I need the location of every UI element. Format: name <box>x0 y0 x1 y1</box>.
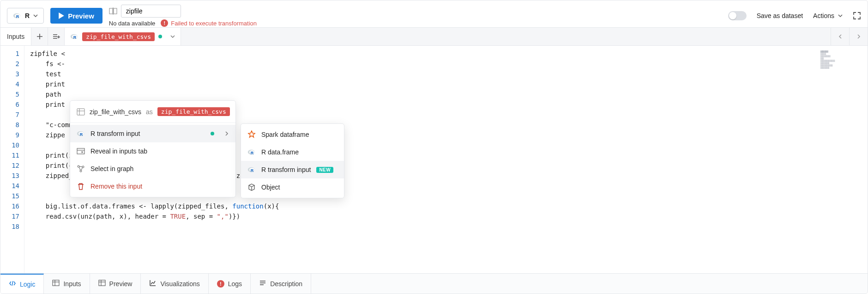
table-icon <box>52 279 60 288</box>
play-icon <box>59 12 64 19</box>
submenu-item-r-transform-input[interactable]: RR transform input NEW <box>241 161 344 178</box>
language-label: R <box>25 12 30 19</box>
save-as-dataset-label: Save as dataset <box>757 12 803 19</box>
code-line: zipfile < <box>30 49 817 59</box>
code-line: print <box>30 79 817 89</box>
submenu-item-spark-dataframe[interactable]: Spark dataframe <box>241 126 344 143</box>
code-line: test <box>30 69 817 79</box>
table-icon <box>98 279 106 288</box>
menu-head-chip: zip_file_with_csvs <box>157 107 230 116</box>
minimap[interactable]: ▓▓▓▓▓▓▓ ▒▒▒▒▒ ▒▒▒▒▒▒▒▒▒ ▒▒▒ ▒▒▒▒▒▒▒▒▒▒▒▒… <box>817 46 868 273</box>
chevron-down-icon[interactable] <box>170 34 175 39</box>
menu-item-label: Remove this input <box>90 183 142 190</box>
add-input-button[interactable] <box>31 28 48 45</box>
line-number: 4 <box>0 79 19 89</box>
menu-item-label: R transform input <box>90 130 140 137</box>
inputs-heading: Inputs <box>0 28 31 45</box>
code-editor[interactable]: 123456789101112131415161718 zipfile < fs… <box>0 46 868 273</box>
menu-item-remove-this-input[interactable]: Remove this input <box>70 178 235 195</box>
code-icon <box>9 280 16 288</box>
svg-point-17 <box>78 165 79 167</box>
status-dot <box>211 132 214 135</box>
bottom-tab-preview[interactable]: Preview <box>90 274 141 294</box>
error-icon: ! <box>161 19 168 27</box>
dataset-name-input[interactable] <box>121 5 181 18</box>
bottom-tab-label: Logic <box>20 281 35 288</box>
line-number: 18 <box>0 221 19 232</box>
line-number: 2 <box>0 59 19 69</box>
bottom-tabs: LogicInputsPreviewVisualizations!LogsDes… <box>0 273 868 294</box>
new-badge: NEW <box>316 167 333 173</box>
chart-icon <box>149 279 157 288</box>
fullscreen-icon[interactable] <box>853 12 861 20</box>
actions-label: Actions <box>813 12 834 19</box>
line-number: 11 <box>0 150 19 160</box>
line-number: 6 <box>0 99 19 110</box>
submenu-item-object[interactable]: Object <box>241 178 344 196</box>
preview-button[interactable]: Preview <box>50 8 102 24</box>
menu-head-text: zip_file_with_csvs <box>90 108 141 116</box>
bottom-tab-visualizations[interactable]: Visualizations <box>141 274 208 294</box>
submenu-item-label: R data.frame <box>261 148 299 156</box>
line-number: 7 <box>0 110 19 120</box>
code-line: read.csv(unz(path, x), header = TRUE, se… <box>30 211 817 221</box>
menu-head-as: as <box>146 108 153 116</box>
svg-rect-4 <box>114 8 117 14</box>
code-line: big.list.of.data.frames <- lapply(zipped… <box>30 201 817 211</box>
bottom-tab-label: Inputs <box>63 280 81 288</box>
line-number: 8 <box>0 120 19 130</box>
r-logo-icon: R <box>13 12 21 19</box>
svg-rect-3 <box>109 8 113 14</box>
list-plus-icon <box>53 33 60 40</box>
menu-item-reveal-in-inputs-tab[interactable]: Reveal in inputs tab <box>70 142 235 160</box>
chevron-right-icon <box>224 131 229 136</box>
chevron-down-icon <box>838 13 843 18</box>
line-number: 15 <box>0 191 19 201</box>
menu-item-select-in-graph[interactable]: Select in graph <box>70 160 235 178</box>
submenu-item-r-data-frame[interactable]: RR data.frame <box>241 143 344 161</box>
top-toolbar: R R Preview No data available ! Failed t… <box>0 0 868 27</box>
line-number: 10 <box>0 140 19 150</box>
svg-text:R: R <box>16 14 19 19</box>
svg-point-19 <box>80 170 82 172</box>
add-input-menu-button[interactable] <box>48 28 65 45</box>
plus-icon <box>36 33 43 40</box>
actions-button[interactable]: Actions <box>813 12 843 19</box>
menu-item-r-transform-input[interactable]: RR transform input <box>70 125 235 142</box>
code-line: path <box>30 89 817 99</box>
status-dot <box>158 35 162 38</box>
code-line: fs <- <box>30 59 817 69</box>
save-as-dataset-toggle[interactable] <box>728 11 747 20</box>
bottom-tab-label: Description <box>270 280 302 288</box>
line-number: 9 <box>0 130 19 140</box>
input-context-menu: zip_file_with_csvs as zip_file_with_csvs… <box>70 100 236 197</box>
svg-rect-9 <box>77 109 84 115</box>
no-data-status: No data available <box>109 20 155 27</box>
svg-text:R: R <box>251 151 254 155</box>
line-number: 17 <box>0 211 19 221</box>
line-gutter: 123456789101112131415161718 <box>0 46 24 273</box>
rename-icon <box>109 7 117 15</box>
bottom-tab-description[interactable]: Description <box>251 274 311 294</box>
menu-header: zip_file_with_csvs as zip_file_with_csvs <box>70 103 235 121</box>
chevron-down-icon <box>33 13 38 18</box>
bottom-tab-logs[interactable]: !Logs <box>209 274 251 294</box>
language-selector[interactable]: R R <box>7 8 44 24</box>
menu-item-label: Reveal in inputs tab <box>90 147 147 155</box>
submenu-item-label: R transform input <box>261 166 311 173</box>
tab-prev-button[interactable] <box>831 27 849 46</box>
lines-icon <box>259 279 266 288</box>
line-number: 1 <box>0 49 19 59</box>
dataset-tab[interactable]: R zip_file_with_csvs <box>65 28 181 45</box>
preview-label: Preview <box>68 12 94 20</box>
tab-next-button[interactable] <box>849 27 868 46</box>
bottom-tab-label: Logs <box>228 280 242 288</box>
code-line <box>30 221 817 232</box>
submenu-item-label: Spark dataframe <box>261 131 309 138</box>
bottom-tab-logic[interactable]: Logic <box>0 274 44 294</box>
bottom-tab-inputs[interactable]: Inputs <box>44 274 90 294</box>
dataset-chip: zip_file_with_csvs <box>82 32 155 41</box>
line-number: 13 <box>0 171 19 181</box>
inputs-tabbar: Inputs R zip_file_with_csvs <box>0 27 868 46</box>
svg-point-18 <box>82 166 84 168</box>
